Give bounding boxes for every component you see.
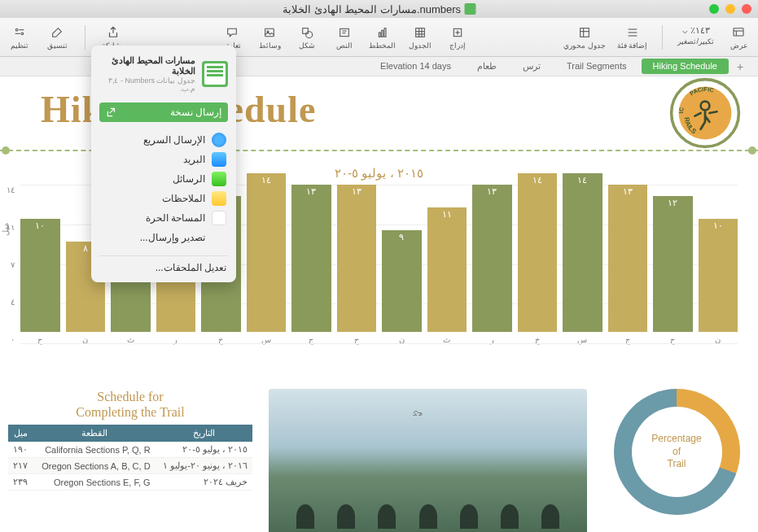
zoom-control[interactable]: ١٤٣٪⌵ تكبير/تصغير xyxy=(677,25,714,46)
popover-header: مسارات المحيط الهادئ الخلابة جدول بيانات… xyxy=(91,52,236,99)
bar-4[interactable]: ١٤خ xyxy=(518,173,557,344)
sheet-tab-3[interactable]: طعام xyxy=(466,59,508,74)
add-sheet-button[interactable]: + xyxy=(732,59,748,75)
minimize-button[interactable] xyxy=(725,4,735,14)
svg-point-27 xyxy=(15,28,18,31)
maximize-button[interactable] xyxy=(709,4,719,14)
text-icon xyxy=(335,25,353,40)
svg-rect-20 xyxy=(340,28,349,36)
share-icon xyxy=(104,25,122,40)
share-target-freeform[interactable]: المساحة الحرة xyxy=(91,208,236,228)
bar-value-label: ١٤ xyxy=(261,175,271,185)
airdrop-icon xyxy=(212,133,226,147)
svg-rect-19 xyxy=(384,28,386,37)
trails-logo: SCENIC PACIFIC TRAILS xyxy=(668,76,742,150)
divider-handle-right[interactable] xyxy=(748,146,756,155)
bar-3[interactable]: ١٤س xyxy=(563,173,602,344)
bar-9[interactable]: ١٣ج xyxy=(291,185,331,344)
bar-6[interactable]: ١١ث xyxy=(427,207,467,344)
view-icon xyxy=(730,25,747,40)
schedule-table[interactable]: Schedule for Completing the Trail التاري… xyxy=(8,389,252,532)
view-button[interactable]: عرض xyxy=(725,25,751,50)
bar-value-label: ١٤ xyxy=(577,175,587,185)
window-controls xyxy=(709,4,751,14)
bar-10[interactable]: ١٤س xyxy=(247,173,286,344)
col-date: التاريخ xyxy=(156,425,252,442)
bar-15[interactable]: ١٠ح xyxy=(20,219,59,344)
bar-0[interactable]: ١٠ن xyxy=(699,219,738,344)
edit-extensions-button[interactable]: تعديل الملحقات... xyxy=(91,259,236,276)
bar-value-label: ١٠ xyxy=(35,220,45,231)
svg-rect-25 xyxy=(265,28,274,36)
share-target-notes[interactable]: الملاحظات xyxy=(91,189,236,208)
bar-2[interactable]: ١٣ج xyxy=(608,185,647,344)
svg-rect-18 xyxy=(381,30,383,37)
table-icon xyxy=(411,25,429,40)
format-icon xyxy=(48,25,66,40)
organize-button[interactable]: تنظيم xyxy=(7,25,33,50)
share-target-mail[interactable]: البريد xyxy=(91,150,236,169)
messages-icon xyxy=(212,172,226,186)
schedule-title: Schedule for Completing the Trail xyxy=(8,389,252,420)
bar-value-label: ١٣ xyxy=(352,186,361,197)
media-icon xyxy=(261,25,278,40)
window-title: مسارات المحيط الهادئ الخلابة.numbers xyxy=(283,3,475,15)
comment-icon xyxy=(223,25,241,40)
col-miles: ميل xyxy=(8,425,33,442)
sheet-tab-4[interactable]: Elevation 14 days xyxy=(369,59,462,74)
document-icon xyxy=(464,3,475,15)
add-category-button[interactable]: إضافة فئة xyxy=(617,25,648,50)
send-copy-icon xyxy=(106,107,117,118)
table-row[interactable]: ٢٠١٥ ، يوليو ٥-٢٠California Sections P, … xyxy=(8,442,252,458)
donut-chart[interactable]: Percentage of Trail xyxy=(603,389,750,532)
bar-8[interactable]: ١٣ح xyxy=(337,185,376,344)
svg-rect-0 xyxy=(734,28,743,35)
chart-button[interactable]: المخطط xyxy=(369,25,396,50)
svg-point-24 xyxy=(306,31,313,37)
y-axis: ٠٤٧١١١٤ xyxy=(7,185,15,344)
pivot-table-button[interactable]: جدول محوري xyxy=(563,25,606,50)
svg-rect-12 xyxy=(416,28,425,37)
popover-document-icon xyxy=(202,61,228,87)
svg-rect-17 xyxy=(379,33,380,37)
share-target-airdrop[interactable]: الإرسال السريع xyxy=(91,130,236,150)
donut-center-label: Percentage of Trail xyxy=(632,407,722,497)
bird-icon: 𐦐 xyxy=(412,405,423,418)
notes-icon xyxy=(212,191,226,206)
table-row[interactable]: ٢٠١٦ ، يونيو ٢٠-يوليو ١Oregon Sections A… xyxy=(8,458,252,474)
bar-5[interactable]: ١٣ر xyxy=(472,185,511,344)
bar-value-label: ١٣ xyxy=(306,186,316,197)
svg-point-29 xyxy=(21,33,24,35)
shape-button[interactable]: شكل xyxy=(294,25,320,50)
chart-icon xyxy=(374,25,392,40)
close-button[interactable] xyxy=(742,4,751,14)
insert-button[interactable]: إدراج xyxy=(445,25,471,50)
format-button[interactable]: تنسيق xyxy=(44,25,70,50)
bar-value-label: ١٢ xyxy=(668,198,677,208)
sheet-tab-2[interactable]: ترس xyxy=(511,59,552,74)
svg-rect-6 xyxy=(581,28,589,37)
chevron-down-icon: ⌵ xyxy=(682,25,688,36)
photo-image[interactable]: 𐦐 xyxy=(269,389,587,532)
shape-icon xyxy=(298,25,316,40)
pivot-icon xyxy=(576,25,594,40)
share-targets-list: الإرسال السريعالبريدالرسائلالملاحظاتالمس… xyxy=(91,125,236,252)
bar-7[interactable]: ٩ن xyxy=(382,230,421,344)
share-target-export[interactable]: تصدير وإرسال... xyxy=(91,228,236,247)
mail-icon xyxy=(212,152,226,167)
media-button[interactable]: وسائط xyxy=(256,25,283,50)
table-button[interactable]: الجدول xyxy=(407,25,433,50)
share-target-messages[interactable]: الرسائل xyxy=(91,169,236,189)
popover-doc-subtitle: جدول بيانات Numbers - ٣,٤ م.ب. xyxy=(99,76,195,93)
text-button[interactable]: النص xyxy=(331,25,357,50)
svg-rect-23 xyxy=(303,28,309,33)
divider-handle-left[interactable] xyxy=(2,146,10,155)
organize-icon xyxy=(11,25,28,40)
bar-1[interactable]: ١٢ح xyxy=(653,196,692,344)
bar-value-label: ١٣ xyxy=(487,186,497,197)
send-copy-button[interactable]: إرسال نسخة xyxy=(99,102,228,122)
sheet-tab-0[interactable]: Hiking Schedule xyxy=(642,59,730,74)
category-icon xyxy=(624,25,642,40)
table-row[interactable]: خريف ٢٠٢٤Oregon Sections E, F, G٢٣٩ xyxy=(8,474,252,491)
sheet-tab-1[interactable]: Trail Segments xyxy=(555,59,638,74)
